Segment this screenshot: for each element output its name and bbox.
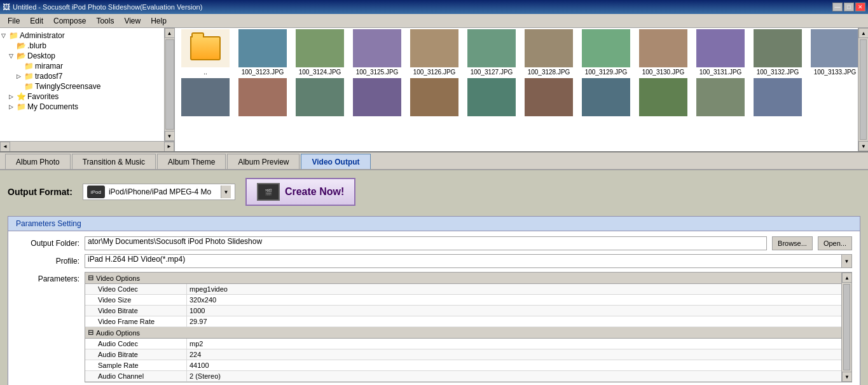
thumb-photo-3123[interactable]: 100_3123.JPG	[235, 29, 291, 76]
video-options-label: Video Options	[96, 274, 140, 282]
tree-node-mydocs[interactable]: ▷ 📁 My Documents	[9, 102, 163, 112]
tab-album-photo-label: Album Photo	[16, 158, 60, 166]
thumb-photo-r2-1[interactable]	[177, 78, 233, 118]
tree-label-admin: Administrator	[20, 31, 65, 40]
thumb-photo-3126[interactable]: 100_3126.JPG	[406, 29, 462, 76]
window-title: Untitled - Socusoft iPod Photo Slideshow…	[13, 3, 202, 11]
profile-value[interactable]: iPad H.264 HD Video(*.mp4)	[85, 255, 841, 267]
thumb-photo-3131[interactable]: 100_3131.JPG	[692, 29, 748, 76]
grid-scroll-thumb[interactable]	[843, 284, 850, 370]
app-icon: 🖼	[3, 3, 10, 11]
thumb-photo-3128[interactable]: 100_3128.JPG	[521, 29, 577, 76]
folder-icon: 📂	[17, 51, 26, 60]
menu-help[interactable]: Help	[146, 15, 172, 27]
thumb-photo-img-3124	[296, 29, 344, 67]
tree-node-admin[interactable]: ▽ 📁 Administrator	[1, 30, 163, 41]
hscroll-left-btn[interactable]: ◄	[0, 142, 10, 152]
tree-expand-mydocs: ▷	[9, 104, 15, 110]
thumb-photo-r2-10[interactable]	[692, 78, 748, 118]
title-bar: 🖼 Untitled - Socusoft iPod Photo Slidesh…	[0, 0, 868, 14]
tab-album-theme[interactable]: Album Theme	[157, 154, 226, 169]
tree-node-miramar[interactable]: 📁 miramar	[17, 61, 163, 71]
tab-album-photo[interactable]: Album Photo	[5, 154, 71, 169]
expand-icon[interactable]: ⊟	[88, 274, 93, 282]
menu-compose[interactable]: Compose	[48, 15, 91, 27]
thumb-scroll-up[interactable]: ▲	[858, 28, 868, 38]
tab-transition[interactable]: Transition & Music	[72, 154, 156, 169]
tree-expand-desktop: ▽	[9, 53, 15, 59]
tree-node-tradosf7[interactable]: ▷ 📁 tradosf7	[17, 71, 163, 81]
tree-wrapper: ▽ 📁 Administrator 📂 .blurb ▽ 📂 Desktop 📁	[0, 28, 174, 141]
tree-node-favorites[interactable]: ▷ ⭐ Favorites	[9, 91, 163, 102]
menu-file[interactable]: File	[3, 15, 25, 27]
format-select[interactable]: iPod/iPhone/iPad MPEG-4 Mo	[109, 187, 217, 196]
thumb-photo-r2-11[interactable]	[750, 78, 806, 118]
audio-options-header: ⊟ Audio Options	[85, 327, 841, 339]
tree-node-blurb[interactable]: 📂 .blurb	[9, 41, 163, 51]
tree-node-twingly[interactable]: 📁 TwinglyScreensave	[17, 81, 163, 91]
thumb-photo-r2-7[interactable]	[521, 78, 577, 118]
thumb-photo-label-3124: 100_3124.JPG	[299, 69, 341, 76]
menu-edit[interactable]: Edit	[25, 15, 48, 27]
browse-button[interactable]: Browse...	[772, 236, 813, 250]
thumb-photo-3127[interactable]: 100_3127.JPG	[464, 29, 520, 76]
minimize-button[interactable]: —	[832, 3, 843, 11]
tree-vertical-scrollbar[interactable]: ▲ ▼	[164, 28, 174, 141]
grid-col-audio-channel-value: 2 (Stereo)	[187, 371, 841, 381]
thumb-photo-img-3125	[353, 29, 401, 67]
grid-scroll-down[interactable]: ▼	[842, 372, 852, 382]
thumb-photo-3132[interactable]: 100_3132.JPG	[750, 29, 806, 76]
thumb-photo-r2-6[interactable]	[464, 78, 520, 118]
thumb-photo-3125[interactable]: 100_3125.JPG	[349, 29, 405, 76]
grid-row-audio-channel: Audio Channel 2 (Stereo)	[85, 371, 841, 382]
grid-col-audio-codec-value: mp2	[187, 339, 841, 349]
tree-label-favorites: Favorites	[27, 92, 59, 101]
profile-dropdown-arrow[interactable]: ▼	[841, 255, 851, 267]
menu-view[interactable]: View	[119, 15, 146, 27]
thumb-scroll-thumb[interactable]	[860, 39, 867, 140]
output-folder-value[interactable]: ator\My Documents\Socusoft iPod Photo Sl…	[85, 237, 766, 250]
thumb-photo-img-3123	[238, 29, 287, 67]
grid-row-video-size: Video Size 320x240	[85, 295, 841, 306]
close-button[interactable]: ✕	[855, 3, 865, 11]
hscroll-right-btn[interactable]: ►	[164, 142, 174, 152]
thumb-photo-r2-4[interactable]	[349, 78, 405, 118]
thumb-photo-r2-5[interactable]	[406, 78, 462, 118]
thumb-photo-r2-9[interactable]	[635, 78, 691, 118]
thumb-photo-label-3125: 100_3125.JPG	[356, 69, 399, 76]
scroll-up-arrow[interactable]: ▲	[165, 28, 175, 38]
thumb-img-r2-8	[582, 78, 630, 116]
title-bar-left: 🖼 Untitled - Socusoft iPod Photo Slidesh…	[3, 3, 202, 11]
open-button[interactable]: Open...	[818, 236, 852, 250]
thumb-photo-3133[interactable]: 100_3133.JPG	[807, 29, 863, 76]
menu-tools[interactable]: Tools	[91, 15, 119, 27]
scroll-down-arrow[interactable]: ▼	[165, 131, 175, 141]
thumb-photo-3130[interactable]: 100_3130.JPG	[635, 29, 691, 76]
output-format-label: Output Format:	[8, 187, 72, 197]
grid-col-audio-codec-key: Audio Codec	[85, 339, 187, 349]
thumb-folder-up[interactable]: ..	[177, 29, 233, 76]
format-dropdown-arrow[interactable]: ▼	[221, 186, 231, 198]
tab-video-output[interactable]: Video Output	[301, 154, 370, 169]
thumb-photo-r2-8[interactable]	[578, 78, 634, 118]
tree-horizontal-scrollbar[interactable]: ◄ ►	[0, 141, 174, 151]
thumbnail-area: .. 100_3123.JPG 100_3124.JPG 100_3125.JP…	[175, 28, 868, 151]
title-bar-controls[interactable]: — □ ✕	[832, 3, 865, 11]
scroll-thumb[interactable]	[165, 39, 174, 130]
thumb-scroll-down[interactable]: ▼	[858, 141, 868, 151]
thumb-vscroll[interactable]: ▲ ▼	[858, 28, 868, 151]
thumb-photo-r2-2[interactable]	[235, 78, 291, 118]
audio-expand-icon[interactable]: ⊟	[88, 328, 93, 337]
thumb-photo-img-3132	[754, 29, 802, 67]
thumb-photo-3129[interactable]: 100_3129.JPG	[578, 29, 634, 76]
create-now-button[interactable]: 🎬 Create Now!	[245, 178, 355, 206]
tree-node-desktop[interactable]: ▽ 📂 Desktop	[9, 51, 163, 61]
thumb-photo-r2-3[interactable]	[292, 78, 348, 118]
tab-album-preview[interactable]: Album Preview	[227, 154, 300, 169]
thumb-photo-img-3126	[410, 29, 458, 67]
thumb-photo-label-3128: 100_3128.JPG	[528, 69, 570, 76]
thumb-photo-3124[interactable]: 100_3124.JPG	[292, 29, 348, 76]
grid-scroll-up[interactable]: ▲	[842, 273, 852, 283]
maximize-button[interactable]: □	[844, 3, 854, 11]
grid-vertical-scrollbar[interactable]: ▲ ▼	[841, 273, 851, 382]
